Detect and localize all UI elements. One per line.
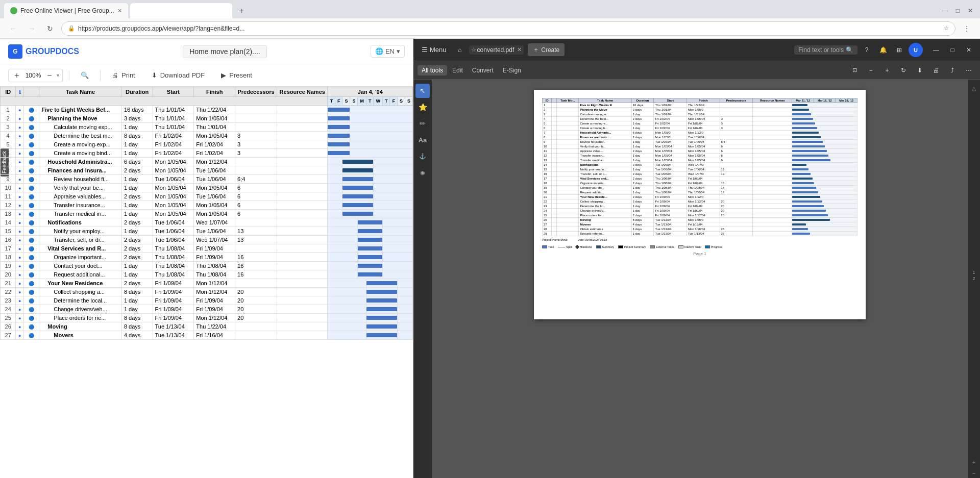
search-button[interactable]: 🔍 — [76, 69, 94, 81]
text-tool[interactable]: Aa — [415, 133, 430, 147]
browser-minimize[interactable]: — — [939, 6, 951, 15]
milestone-legend-label: Milestone — [580, 245, 592, 248]
rotate-btn[interactable]: ↻ — [896, 63, 911, 78]
tab-active[interactable] — [130, 3, 232, 18]
pdf-document-area[interactable]: ID Task Mo... Task Name Duration Start F… — [432, 80, 968, 478]
browser-close[interactable]: ✕ — [965, 6, 976, 15]
page-2-num: 2 — [972, 276, 975, 281]
row-taskmode: 🔵 — [24, 227, 39, 236]
row-id: 6 — [1, 149, 16, 158]
mini-row-id: 14 — [543, 163, 552, 167]
col-start: Start — [153, 87, 194, 97]
help-button[interactable]: ? — [860, 43, 874, 57]
browser-maximize[interactable]: □ — [953, 6, 963, 15]
mini-row-name: Contact your do... — [579, 186, 631, 190]
pdf-menu-button[interactable]: ☰ Menu — [418, 44, 451, 56]
present-button[interactable]: ▶ Present — [216, 69, 257, 81]
mini-table-row: 7 Household Adminis... 6 days Mon 1/05/0… — [543, 131, 857, 135]
mini-row-res — [753, 232, 792, 236]
mini-row-mode — [557, 167, 579, 172]
row-info: ● — [16, 236, 24, 244]
pdf-tab-close-btn[interactable]: ✕ — [517, 46, 522, 53]
user-avatar[interactable]: U — [909, 43, 923, 57]
row-taskname: Vital Services and R... — [39, 244, 122, 253]
mini-row-id: 3 — [543, 112, 552, 117]
mini-row-res — [753, 227, 792, 232]
print-btn[interactable]: 🖨 — [929, 63, 943, 78]
all-tools-tab[interactable]: All tools — [418, 65, 447, 76]
row-start: Fri 1/09/04 — [153, 288, 194, 296]
pencil-tool[interactable]: ✏ — [415, 116, 430, 131]
maximize-button[interactable]: □ — [945, 43, 960, 57]
share-btn[interactable]: ⤴ — [945, 63, 960, 78]
row-finish: Fri 1/16/04 — [194, 331, 235, 340]
pdf-home-button[interactable]: ⌂ — [453, 43, 467, 57]
mini-row-dur: 4 days — [631, 227, 654, 232]
address-bar[interactable]: 🔒 https://products.groupdocs.app/viewer/… — [61, 21, 955, 36]
row-start: Tue 1/06/04 — [153, 175, 194, 184]
mini-row-dur: 4 days — [631, 222, 654, 227]
fit-page-btn[interactable]: ⊡ — [847, 63, 862, 78]
notifications-button[interactable]: 🔔 — [876, 43, 890, 57]
edit-tab[interactable]: Edit — [448, 65, 467, 76]
tab-close-btn[interactable]: ✕ — [117, 8, 122, 14]
more-tools-btn[interactable]: ⋯ — [962, 63, 976, 78]
browser-menu-button[interactable]: ⋮ — [960, 21, 974, 36]
new-tab-button[interactable]: ＋ — [234, 4, 249, 18]
mini-row-dur: 1 day — [631, 144, 654, 149]
logo-icon: G — [8, 44, 22, 59]
pdf-left-tools: ↖ ⭐ ✏ Aa ⚓ ◉ — [413, 80, 432, 478]
pdf-file-tab[interactable]: ☆ converted.pdf ✕ — [469, 45, 524, 55]
eraser-tool[interactable]: ◉ — [415, 165, 430, 180]
mini-row-finish: Mon 1/12/04 — [687, 213, 720, 218]
forward-button[interactable]: → — [24, 21, 39, 36]
mini-row-id: 9 — [543, 140, 552, 144]
zoom-out-button[interactable]: − — [44, 70, 55, 81]
row-taskname: Review household fi... — [39, 175, 122, 184]
mini-row-id: 5 — [543, 121, 552, 126]
table-row: 21 ● 🔵 Your New Residence 2 days Fri 1/0… — [1, 279, 413, 288]
esign-tab[interactable]: E-Sign — [499, 65, 525, 76]
convert-tab[interactable]: Convert — [468, 65, 498, 76]
mini-row-mode — [557, 112, 579, 117]
row-pred: 3 — [235, 140, 277, 149]
mini-row-finish: Fri 1/09/04 — [687, 181, 720, 186]
minimize-button[interactable]: — — [929, 43, 943, 57]
close-button[interactable]: ✕ — [962, 43, 976, 57]
apps-button[interactable]: ⊞ — [892, 43, 906, 57]
zoom-out-btn[interactable]: − — [864, 63, 878, 78]
back-button[interactable]: ← — [6, 21, 20, 36]
project-summary-label: Project Summary — [624, 245, 646, 248]
pdf-menu-label: Menu — [430, 46, 447, 54]
zoom-in-button[interactable]: + — [12, 70, 22, 81]
milestone-diamond — [575, 245, 579, 249]
download-label: Download PDF — [160, 71, 205, 79]
language-selector[interactable]: 🌐 EN ▾ — [371, 45, 405, 58]
row-res — [277, 210, 328, 218]
row-finish: Thu 1/08/04 — [194, 270, 235, 279]
mini-row-res — [753, 163, 792, 167]
row-id: 24 — [1, 305, 16, 314]
row-res — [277, 236, 328, 244]
star-outline-icon: ☆ — [471, 46, 476, 53]
refresh-button[interactable]: ↻ — [43, 21, 57, 36]
download-pdf-button[interactable]: ⬇ Download PDF — [146, 69, 210, 81]
download-btn[interactable]: ⬇ — [913, 63, 927, 78]
cursor-tool[interactable]: ↖ — [415, 84, 430, 98]
print-button[interactable]: 🖨 Print — [107, 69, 140, 81]
mini-row-dur: 8 days — [631, 218, 654, 222]
mini-row-id: 25 — [543, 213, 552, 218]
right-tool-zoom-in[interactable]: + — [969, 458, 978, 467]
link-tool[interactable]: ⚓ — [415, 149, 430, 163]
table-wrapper[interactable]: ID ℹ Task Name Duration Start Finish Pre… — [0, 87, 413, 478]
mini-row-id: 11 — [543, 149, 552, 154]
pdf-create-button[interactable]: ＋ Create — [528, 43, 565, 56]
tab-groupdocs[interactable]: Free Online Viewer | Free Group... ✕ — [4, 3, 128, 18]
row-pred: 20 — [235, 314, 277, 322]
page-number-sidebar: 1 2 — [970, 266, 977, 285]
row-duration: 2 days — [121, 166, 153, 175]
zoom-in-btn[interactable]: + — [880, 63, 894, 78]
right-tool-zoom-out[interactable]: − — [969, 469, 978, 478]
mini-row-info — [552, 218, 557, 222]
bookmark-tool[interactable]: ⭐ — [415, 100, 430, 114]
